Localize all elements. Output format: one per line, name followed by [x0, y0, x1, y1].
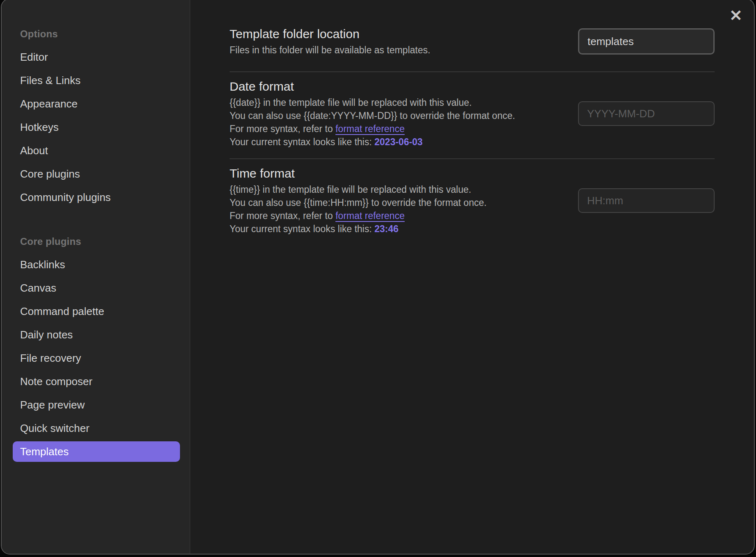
sidebar-section-header-options: Options	[20, 27, 190, 41]
date-format-line1: {{date}} in the template file will be re…	[230, 96, 575, 109]
sidebar-section-header-core-plugins: Core plugins	[20, 235, 190, 249]
sidebar-item-appearance[interactable]: Appearance	[13, 94, 180, 114]
time-format-input[interactable]	[578, 188, 715, 213]
settings-sidebar: Options Editor Files & Links Appearance …	[2, 0, 190, 554]
sidebar-item-hotkeys[interactable]: Hotkeys	[13, 117, 180, 137]
time-format-line3: For more syntax, refer to format referen…	[230, 209, 575, 222]
sidebar-item-backlinks[interactable]: Backlinks	[13, 254, 180, 275]
date-format-description: {{date}} in the template file will be re…	[230, 96, 575, 148]
sidebar-item-about[interactable]: About	[13, 140, 180, 161]
time-format-reference-link[interactable]: format reference	[335, 210, 405, 221]
close-icon: ✕	[729, 8, 742, 23]
date-format-reference-link[interactable]: format reference	[335, 123, 405, 134]
sidebar-item-editor[interactable]: Editor	[13, 47, 180, 67]
sidebar-item-file-recovery[interactable]: File recovery	[13, 348, 180, 368]
sidebar-item-daily-notes[interactable]: Daily notes	[13, 324, 180, 345]
sidebar-item-note-composer[interactable]: Note composer	[13, 371, 180, 392]
date-format-line2: You can also use {{date:YYYY-MM-DD}} to …	[230, 109, 575, 122]
settings-content: Template folder location Files in this f…	[190, 0, 754, 554]
setting-template-folder: Template folder location Files in this f…	[230, 26, 715, 71]
close-button[interactable]: ✕	[725, 5, 747, 26]
time-format-line2: You can also use {{time:HH:mm}} to overr…	[230, 196, 575, 209]
sidebar-item-canvas[interactable]: Canvas	[13, 278, 180, 298]
sidebar-item-templates[interactable]: Templates	[13, 441, 180, 462]
sidebar-item-page-preview[interactable]: Page preview	[13, 395, 180, 415]
sidebar-item-community-plugins[interactable]: Community plugins	[13, 187, 180, 208]
settings-modal: Options Editor Files & Links Appearance …	[1, 0, 755, 555]
time-format-line1: {{time}} in the template file will be re…	[230, 183, 575, 196]
time-format-title: Time format	[230, 166, 575, 181]
time-format-description: {{time}} in the template file will be re…	[230, 183, 575, 235]
setting-time-format: Time format {{time}} in the template fil…	[230, 158, 715, 245]
sidebar-item-files-links[interactable]: Files & Links	[13, 70, 180, 91]
time-format-sample-value: 23:46	[374, 224, 398, 234]
date-format-sample-value: 2023-06-03	[374, 137, 423, 147]
template-folder-title: Template folder location	[230, 26, 575, 42]
date-format-line4: Your current syntax looks like this: 202…	[230, 135, 575, 148]
date-format-title: Date format	[230, 79, 575, 94]
time-format-line4: Your current syntax looks like this: 23:…	[230, 222, 575, 235]
sidebar-item-quick-switcher[interactable]: Quick switcher	[13, 418, 180, 438]
date-format-line3: For more syntax, refer to format referen…	[230, 122, 575, 135]
sidebar-item-command-palette[interactable]: Command palette	[13, 301, 180, 322]
setting-date-format: Date format {{date}} in the template fil…	[230, 71, 715, 158]
date-format-input[interactable]	[578, 101, 715, 126]
template-folder-description: Files in this folder will be available a…	[230, 43, 575, 57]
template-folder-input[interactable]	[578, 28, 715, 55]
sidebar-item-core-plugins[interactable]: Core plugins	[13, 164, 180, 184]
